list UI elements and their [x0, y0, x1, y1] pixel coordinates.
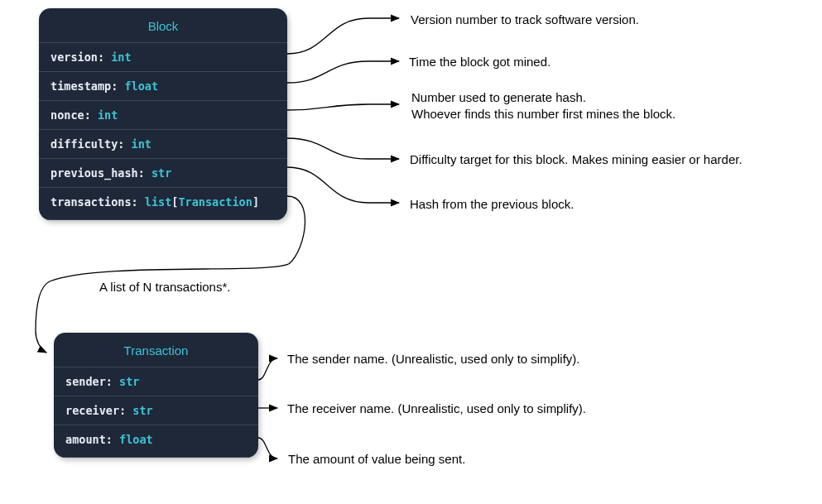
- field-type-prefix: list: [145, 195, 172, 209]
- desc-nonce: Number used to generate hash. Whoever fi…: [411, 89, 675, 123]
- desc-amount: The amount of value being sent.: [288, 451, 465, 468]
- field-type: str: [119, 375, 139, 388]
- field-type: str: [151, 166, 171, 180]
- transaction-field-receiver: receiver: str: [54, 396, 258, 425]
- desc-sender: The sender name. (Unrealistic, used only…: [287, 351, 579, 367]
- field-type: int: [132, 137, 151, 151]
- field-type: int: [111, 50, 131, 64]
- desc-version: Version number to track software version…: [411, 12, 639, 28]
- block-field-previous-hash: previous_hash: str: [39, 158, 287, 187]
- field-name: sender: [65, 375, 106, 388]
- field-name: nonce: [50, 108, 84, 122]
- transaction-field-amount: amount: float: [54, 425, 258, 458]
- field-name: version: [50, 50, 98, 64]
- field-type: str: [132, 404, 152, 417]
- field-type-param: Transaction: [178, 195, 252, 209]
- field-type: float: [119, 433, 153, 446]
- block-field-transactions: transactions: list[Transaction]: [39, 187, 287, 220]
- transaction-title: Transaction: [54, 333, 258, 367]
- transaction-card: Transaction sender: str receiver: str am…: [54, 333, 258, 458]
- block-field-version: version: int: [39, 42, 287, 71]
- transaction-field-sender: sender: str: [54, 367, 258, 396]
- field-type: int: [98, 108, 118, 122]
- field-name: difficulty: [50, 137, 118, 151]
- block-title: Block: [39, 8, 287, 42]
- desc-timestamp: Time the block got mined.: [409, 54, 550, 70]
- field-name: previous_hash: [50, 166, 138, 180]
- desc-difficulty: Difficulty target for this block. Makes …: [410, 151, 743, 168]
- label-transactions-link: A list of N transactions*.: [99, 280, 230, 294]
- block-field-difficulty: difficulty: int: [39, 129, 287, 158]
- desc-nonce-line1: Number used to generate hash.: [411, 90, 586, 104]
- block-field-timestamp: timestamp: float: [39, 71, 287, 100]
- desc-previous-hash: Hash from the previous block.: [410, 196, 574, 213]
- block-card: Block version: int timestamp: float nonc…: [39, 8, 287, 220]
- block-field-nonce: nonce: int: [39, 100, 287, 129]
- field-name: transactions: [50, 195, 132, 209]
- field-type: float: [124, 79, 158, 93]
- field-name: amount: [65, 433, 106, 446]
- field-name: receiver: [65, 404, 119, 417]
- desc-nonce-line2: Whoever finds this number first mines th…: [411, 107, 675, 121]
- desc-receiver: The receiver name. (Unrealistic, used on…: [287, 401, 586, 417]
- field-name: timestamp: [50, 79, 111, 93]
